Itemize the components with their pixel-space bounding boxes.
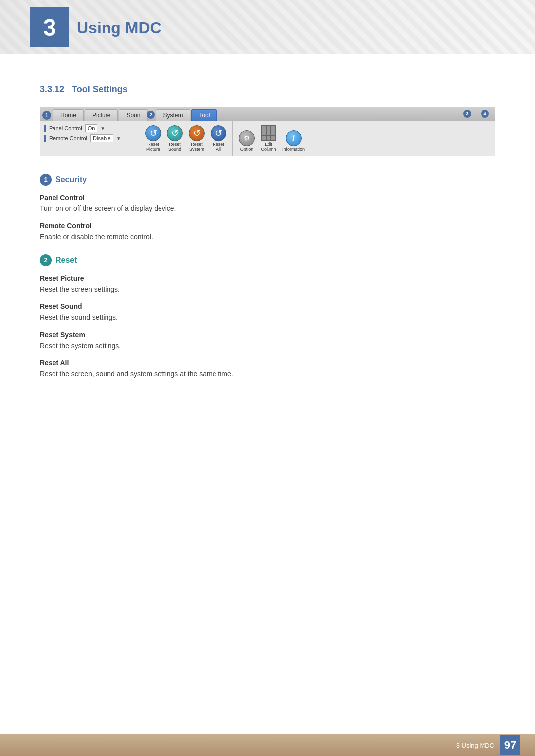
footer: 3 Using MDC 97 (0, 734, 535, 756)
reset-sound-desc: Reset the sound settings. (40, 312, 495, 323)
tab-picture[interactable]: Picture (85, 109, 118, 121)
information-icon: i (286, 130, 302, 146)
other-icon-group: ⚙ Option EditColumn i Information (233, 121, 311, 156)
reset-picture-item[interactable]: ↺ ResetPicture (143, 124, 163, 153)
information-item[interactable]: i Information (280, 129, 307, 153)
reset-icon-group: ↺ ResetPicture ↺ ResetSound ↺ ResetSy (139, 121, 233, 156)
remote-indicator (44, 135, 46, 142)
reset-picture-icon: ↺ (145, 125, 161, 141)
option-item[interactable]: ⚙ Option (237, 129, 257, 153)
reset-system-icon: ↺ (189, 125, 205, 141)
reset-system-item[interactable]: ↺ ResetSystem (187, 124, 207, 153)
header-banner: 3 Using MDC (0, 0, 535, 54)
reset-all-desc: Reset the screen, sound and system setti… (40, 369, 495, 379)
reset-all-label: ResetAll (213, 142, 224, 152)
reset-all-item[interactable]: ↺ ResetAll (209, 124, 228, 153)
security-title: Security (55, 175, 87, 184)
footer-page: 97 (500, 735, 520, 755)
reset-sound-glyph: ↺ (171, 128, 179, 139)
panel-control-dropdown[interactable]: ▼ (100, 126, 105, 131)
panel-control-label: Panel Control (49, 125, 82, 131)
badge-2: 2 (147, 111, 155, 119)
tab-system[interactable]: System (156, 109, 190, 121)
reset-system-desc: Reset the system settings. (40, 341, 495, 351)
remote-control-row: Remote Control Disable ▼ (44, 134, 135, 142)
remote-control-dropdown[interactable]: ▼ (116, 136, 121, 141)
chapter-box: 3 (30, 7, 69, 47)
security-badge: 1 (40, 174, 52, 186)
remote-control-desc: Enable or disable the remote control. (40, 232, 495, 242)
reset-picture-desc: Reset the screen settings. (40, 284, 495, 295)
option-label: Option (240, 147, 254, 152)
information-label: Information (282, 147, 305, 152)
section-heading: 3.3.12 Tool Settings (40, 84, 495, 95)
security-section-title: 1 Security (40, 174, 495, 186)
ui-screenshot-box: 1 Home Picture Soun 2 System Tool 3 4 Pa… (40, 107, 495, 156)
left-panel: Panel Control On ▼ Remote Control Disabl… (40, 121, 139, 156)
panel-control-value: On (85, 124, 98, 132)
reset-system-term: Reset System (40, 331, 495, 339)
remote-control-label: Remote Control (49, 135, 87, 141)
chapter-title: Using MDC (77, 19, 161, 37)
reset-sound-label: ResetSound (168, 142, 181, 152)
panel-control-row: Panel Control On ▼ (44, 124, 135, 132)
reset-picture-glyph: ↺ (150, 128, 157, 139)
panel-indicator (44, 125, 46, 132)
badge-1: 1 (42, 111, 51, 120)
section-title: Tool Settings (72, 84, 128, 94)
panel-control-desc: Turn on or off the screen of a display d… (40, 203, 495, 214)
reset-picture-term: Reset Picture (40, 274, 495, 282)
main-content: 3.3.12 Tool Settings 1 Home Picture Soun… (0, 54, 535, 422)
badge-4: 4 (481, 110, 489, 118)
reset-picture-label: ResetPicture (146, 142, 160, 152)
option-glyph: ⚙ (244, 134, 250, 142)
reset-all-glyph: ↺ (215, 128, 222, 139)
tab-tool[interactable]: Tool (191, 109, 217, 121)
tab-sound[interactable]: Soun (119, 109, 148, 121)
footer-text: 3 Using MDC (456, 742, 494, 749)
reset-title: Reset (55, 256, 77, 265)
reset-all-icon: ↺ (211, 125, 226, 141)
reset-system-glyph: ↺ (193, 128, 201, 139)
reset-sound-item[interactable]: ↺ ResetSound (165, 124, 185, 153)
option-icon: ⚙ (239, 130, 255, 146)
remote-control-value: Disable (90, 134, 113, 142)
reset-badge: 2 (40, 254, 52, 266)
badge-3: 3 (463, 110, 471, 118)
panel-control-term: Panel Control (40, 194, 495, 202)
edit-column-item[interactable]: EditColumn (259, 124, 278, 153)
reset-section-title: 2 Reset (40, 254, 495, 266)
toolbar-body: Panel Control On ▼ Remote Control Disabl… (40, 121, 495, 156)
edit-column-label: EditColumn (261, 142, 276, 152)
chapter-number: 3 (43, 14, 56, 41)
reset-all-term: Reset All (40, 359, 495, 367)
reset-sound-icon: ↺ (167, 125, 183, 141)
reset-sound-term: Reset Sound (40, 302, 495, 310)
remote-control-term: Remote Control (40, 222, 495, 230)
section-number: 3.3.12 (40, 84, 64, 94)
tab-home[interactable]: Home (53, 109, 84, 121)
edit-column-icon (261, 125, 276, 141)
reset-system-label: ResetSystem (189, 142, 204, 152)
